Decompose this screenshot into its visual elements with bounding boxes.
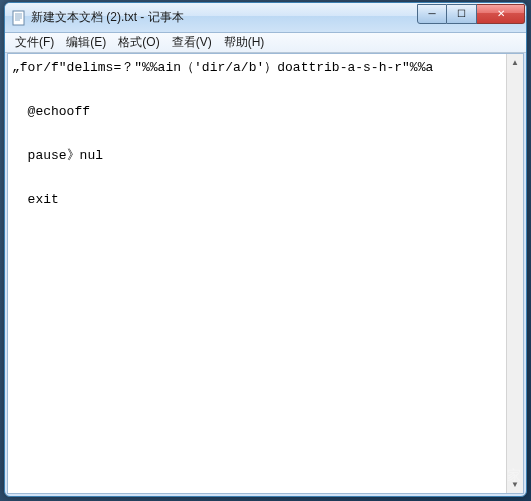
text-editor[interactable]: „for/f"delims=？"%%ain（'dir/a/b'）doattrib… bbox=[8, 54, 506, 493]
window-controls: ─ ☐ ✕ bbox=[417, 4, 525, 24]
editor-line: @echooff bbox=[12, 104, 90, 119]
menu-help[interactable]: 帮助(H) bbox=[218, 33, 271, 52]
menu-view[interactable]: 查看(V) bbox=[166, 33, 218, 52]
menu-edit[interactable]: 编辑(E) bbox=[60, 33, 112, 52]
scroll-down-button[interactable]: ▼ bbox=[507, 476, 523, 493]
scroll-track[interactable] bbox=[507, 71, 523, 476]
minimize-icon: ─ bbox=[428, 8, 435, 19]
menu-format[interactable]: 格式(O) bbox=[112, 33, 165, 52]
chevron-up-icon: ▲ bbox=[511, 58, 519, 67]
maximize-button[interactable]: ☐ bbox=[447, 4, 477, 24]
close-icon: ✕ bbox=[497, 8, 505, 19]
notepad-window: 新建文本文档 (2).txt - 记事本 ─ ☐ ✕ 文件(F) 编辑(E) 格… bbox=[4, 2, 527, 497]
editor-container: „for/f"delims=？"%%ain（'dir/a/b'）doattrib… bbox=[7, 53, 524, 494]
menubar: 文件(F) 编辑(E) 格式(O) 查看(V) 帮助(H) bbox=[5, 33, 526, 53]
window-title: 新建文本文档 (2).txt - 记事本 bbox=[31, 9, 417, 26]
vertical-scrollbar[interactable]: ▲ ▼ bbox=[506, 54, 523, 493]
minimize-button[interactable]: ─ bbox=[417, 4, 447, 24]
close-button[interactable]: ✕ bbox=[477, 4, 525, 24]
maximize-icon: ☐ bbox=[457, 8, 466, 19]
editor-line: pause》nul bbox=[12, 148, 103, 163]
app-icon bbox=[11, 10, 27, 26]
chevron-down-icon: ▼ bbox=[511, 480, 519, 489]
editor-line: „for/f"delims=？"%%ain（'dir/a/b'）doattrib… bbox=[12, 60, 433, 75]
editor-line: exit bbox=[12, 192, 59, 207]
titlebar[interactable]: 新建文本文档 (2).txt - 记事本 ─ ☐ ✕ bbox=[5, 3, 526, 33]
scroll-up-button[interactable]: ▲ bbox=[507, 54, 523, 71]
menu-file[interactable]: 文件(F) bbox=[9, 33, 60, 52]
